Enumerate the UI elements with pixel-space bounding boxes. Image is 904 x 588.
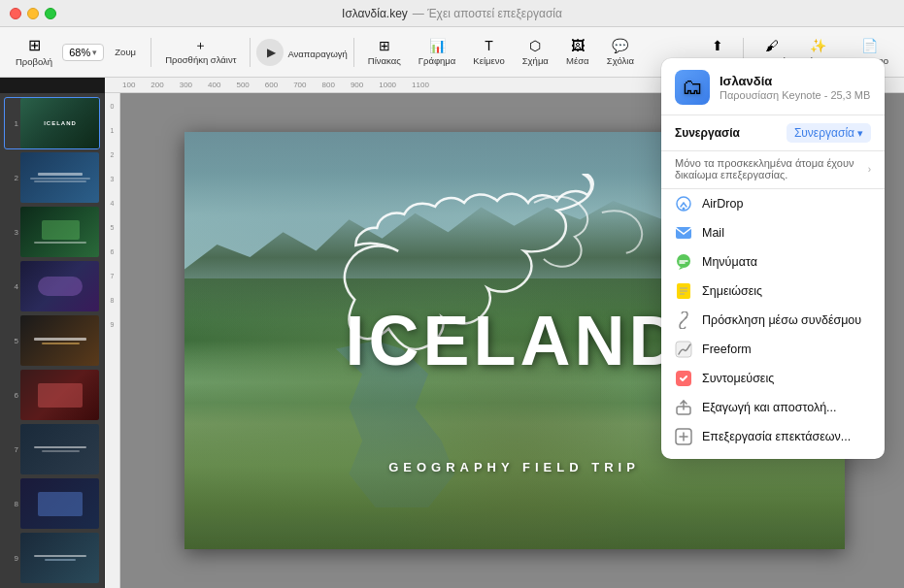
popover-header-info: Ισλανδία Παρουσίαση Keynote - 25,3 MB <box>720 74 870 101</box>
menu-item-invite-link[interactable]: Πρόσκληση μέσω συνδέσμου <box>661 306 885 335</box>
popover-title: Ισλανδία <box>720 74 870 88</box>
slide-6-content <box>20 370 100 420</box>
notes-icon <box>675 282 692 300</box>
play-label: Αναπαραγωγή <box>287 49 347 59</box>
cooperation-dropdown-button[interactable]: Συνεργασία ▾ <box>787 123 871 143</box>
toolbar-text[interactable]: T Κείμενο <box>465 35 512 70</box>
slide-1-content: ICELAND <box>20 98 100 148</box>
slide-thumb-1[interactable]: 1 ICELAND <box>4 97 100 149</box>
slide-number-7: 7 <box>5 445 18 454</box>
toolbar-zoom-label[interactable]: Ζουμ <box>106 43 145 61</box>
menu-item-freeform[interactable]: Freeform <box>661 335 885 364</box>
menu-item-mail[interactable]: Mail <box>661 218 885 247</box>
v-ruler-mark: 2 <box>111 151 115 158</box>
freeform-icon <box>675 341 692 358</box>
chart-icon: 📊 <box>429 39 446 52</box>
slide-thumb-2[interactable]: 2 <box>4 151 100 204</box>
slide-thumb-9[interactable]: 9 <box>4 532 100 584</box>
popover-note-text: Μόνο τα προσκεκλημένα άτομα έχουν δικαίω… <box>675 157 864 180</box>
slide-thumb-8[interactable]: 8 <box>4 477 100 530</box>
ruler-mark: 700 <box>285 81 314 89</box>
shortcuts-icon <box>675 370 692 387</box>
link-icon <box>675 311 692 329</box>
slide-thumb-5[interactable]: 5 <box>4 314 100 367</box>
slide-number-5: 5 <box>5 337 18 345</box>
toolbar-notes[interactable]: 💬 Σχόλια <box>599 35 642 70</box>
slide-thumb-7[interactable]: 7 <box>4 423 100 475</box>
maximize-button[interactable] <box>45 8 56 19</box>
slide-thumb-3[interactable]: 3 <box>4 206 100 258</box>
title-status: — Έχει αποστεί επεξεργασία <box>413 7 562 20</box>
view-icon: ⊞ <box>28 38 41 53</box>
ruler-mark: 1100 <box>404 81 437 89</box>
slide-5-content <box>20 315 100 366</box>
close-button[interactable] <box>10 8 21 19</box>
slide-thumb-4[interactable]: 4 <box>4 260 100 312</box>
share-icon: ⬆ <box>712 39 723 52</box>
slide-9-content <box>20 533 100 583</box>
svg-line-8 <box>681 317 686 323</box>
slide-preview-3 <box>20 207 100 257</box>
menu-item-messages[interactable]: Μηνύματα <box>661 247 885 277</box>
messages-label: Μηνύματα <box>702 255 757 269</box>
slide-number-1: 1 <box>5 119 18 128</box>
airdrop-label: AirDrop <box>702 197 743 211</box>
mail-icon <box>675 224 692 242</box>
v-ruler-mark: 3 <box>111 176 115 182</box>
ruler-mark: 200 <box>143 81 171 89</box>
menu-item-shortcuts[interactable]: Συντομεύσεις <box>661 364 885 393</box>
toolbar-add-slide[interactable]: ＋ Προσθήκη σλάιντ <box>157 35 244 69</box>
slide-number-9: 9 <box>5 554 18 563</box>
toolbar-view[interactable]: ⊞ Προβολή <box>8 34 60 71</box>
share-popover: 🗂 Ισλανδία Παρουσίαση Keynote - 25,3 MB … <box>661 58 885 459</box>
slide-number-2: 2 <box>5 174 18 182</box>
cooperation-chevron-icon: ▾ <box>857 127 863 140</box>
menu-item-airdrop[interactable]: AirDrop <box>661 189 885 218</box>
slide-4-content <box>20 261 100 311</box>
slide-panel: 1 ICELAND 2 3 <box>0 93 105 588</box>
slide-number-8: 8 <box>5 500 18 508</box>
toolbar-table[interactable]: ⊞ Πίνακας <box>360 35 409 70</box>
minimize-button[interactable] <box>27 8 39 19</box>
airdrop-icon <box>675 195 692 212</box>
extensions-icon <box>675 428 692 445</box>
popover-cooperation-section: Συνεργασία Συνεργασία ▾ <box>661 115 885 151</box>
ruler-mark: 500 <box>228 81 256 89</box>
slide-preview-1: ICELAND <box>20 98 100 148</box>
popover-note[interactable]: Μόνο τα προσκεκλημένα άτομα έχουν δικαίω… <box>661 151 885 189</box>
slide-preview-7 <box>20 424 100 474</box>
slide-number-4: 4 <box>5 282 18 291</box>
v-ruler-mark: 0 <box>111 103 115 110</box>
svg-point-1 <box>683 208 686 211</box>
cooperation-label: Συνεργασία <box>675 126 740 140</box>
popover-subtitle: Παρουσίαση Keynote - 25,3 MB <box>720 89 870 101</box>
slide-number-3: 3 <box>5 228 18 237</box>
media-icon: 🖼 <box>571 39 585 52</box>
export-label: Εξαγωγή και αποστολή... <box>702 401 837 414</box>
slide-preview-9 <box>20 533 100 583</box>
toolbar-media[interactable]: 🖼 Μέσα <box>558 35 597 70</box>
slide-thumb-6[interactable]: 6 <box>4 369 100 421</box>
table-icon: ⊞ <box>379 39 390 52</box>
toolbar-zoom-control[interactable]: 68% ▾ <box>62 44 104 61</box>
toolbar-chart[interactable]: 📊 Γράφημα <box>411 35 464 70</box>
slide-number-6: 6 <box>5 391 18 400</box>
menu-item-notes[interactable]: Σημειώσεις <box>661 277 885 306</box>
ruler-mark: 900 <box>343 81 371 89</box>
toolbar-shape[interactable]: ⬡ Σχήμα <box>515 35 556 70</box>
invite-link-label: Πρόσκληση μέσω συνδέσμου <box>702 313 861 327</box>
ruler-mark: 100 <box>115 81 143 89</box>
menu-item-extensions[interactable]: Επεξεργασία επεκτάσεων... <box>661 422 885 451</box>
slide-preview-2 <box>20 152 100 203</box>
svg-rect-2 <box>676 227 691 239</box>
ruler-mark: 1000 <box>371 81 404 89</box>
toolbar-play-button[interactable]: ▶ <box>256 39 284 66</box>
ruler-mark: 600 <box>257 81 285 89</box>
toolbar-divider-3 <box>353 38 354 67</box>
ruler-mark: 300 <box>172 81 200 89</box>
extensions-label: Επεξεργασία επεκτάσεων... <box>702 430 851 443</box>
v-ruler-mark: 1 <box>111 127 115 134</box>
keynote-icon: 🗂 <box>682 75 703 100</box>
menu-item-export[interactable]: Εξαγωγή και αποστολή... <box>661 393 885 422</box>
shape-icon: ⬡ <box>529 39 541 52</box>
